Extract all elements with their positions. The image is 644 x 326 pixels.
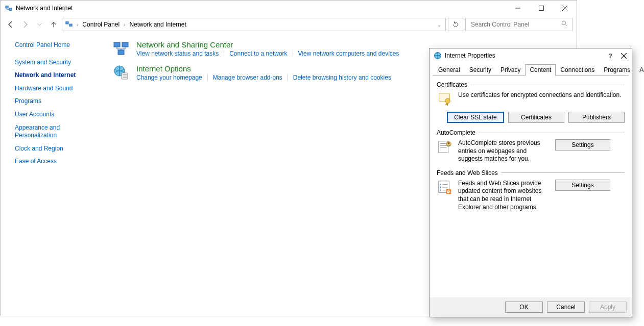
autocomplete-settings-button[interactable]: Settings	[555, 139, 610, 151]
category-title[interactable]: Internet Options	[136, 64, 391, 73]
refresh-button[interactable]	[448, 18, 463, 31]
svg-rect-11	[122, 42, 128, 47]
tab-strip: General Security Privacy Content Connect…	[430, 64, 632, 76]
forward-button[interactable]	[19, 18, 31, 31]
link-view-computers[interactable]: View network computers and devices	[298, 50, 399, 57]
group-description: Feeds and Web Slices provide updated con…	[458, 180, 550, 211]
group-title: AutoComplete	[437, 129, 475, 136]
svg-rect-6	[66, 21, 68, 23]
recent-dropdown[interactable]	[33, 18, 45, 31]
clear-ssl-button[interactable]: Clear SSL state	[447, 112, 504, 123]
sidebar-item-hardware-sound[interactable]: Hardware and Sound	[15, 85, 103, 93]
back-button[interactable]	[5, 18, 17, 31]
dialog-title: Internet Properties	[445, 52, 495, 59]
sidebar-item-programs[interactable]: Programs	[15, 97, 103, 106]
link-manage-addons[interactable]: Manage browser add-ons	[213, 74, 282, 81]
sidebar-item-network-internet[interactable]: Network and Internet	[15, 71, 103, 80]
group-description: Use certificates for encrypted connectio…	[458, 91, 625, 108]
maximize-button[interactable]	[530, 1, 553, 16]
certificate-icon	[437, 91, 453, 108]
divider	[501, 172, 625, 173]
search-box[interactable]	[465, 18, 573, 31]
tab-privacy[interactable]: Privacy	[496, 64, 525, 76]
nav-toolbar: › Control Panel › Network and Internet ⌄	[1, 16, 577, 33]
window-title: Network and Internet	[16, 5, 73, 12]
title-bar: Network and Internet	[1, 1, 577, 16]
group-title: Feeds and Web Slices	[437, 169, 498, 177]
svg-line-9	[565, 24, 567, 26]
divider	[293, 51, 293, 57]
group-certificates: Certificates Use certificates for encryp…	[437, 81, 625, 123]
svg-point-8	[562, 21, 565, 24]
tab-security[interactable]: Security	[465, 64, 496, 76]
ok-button[interactable]: OK	[505, 302, 543, 313]
sidebar-item-ease-access[interactable]: Ease of Access	[15, 158, 103, 166]
breadcrumb-segment[interactable]: Control Panel	[82, 21, 120, 28]
certificates-button[interactable]: Certificates	[508, 112, 564, 123]
search-icon	[561, 20, 568, 29]
cancel-button[interactable]: Cancel	[547, 302, 585, 313]
group-autocomplete: AutoComplete AutoComplete stores previou…	[437, 129, 625, 163]
up-button[interactable]	[47, 18, 60, 31]
autocomplete-icon	[437, 139, 453, 156]
group-feeds: Feeds and Web Slices Feeds and Web Slice…	[437, 169, 625, 211]
group-title: Certificates	[437, 81, 467, 88]
help-button[interactable]: ?	[608, 52, 612, 60]
network-icon	[5, 4, 13, 12]
divider	[479, 133, 625, 133]
search-input[interactable]	[470, 20, 561, 29]
link-connect-network[interactable]: Connect to a network	[229, 50, 287, 57]
svg-rect-0	[6, 6, 8, 8]
tab-content[interactable]: Content	[525, 64, 556, 76]
internet-properties-dialog: Internet Properties ? General Security P…	[429, 48, 632, 317]
sidebar-home[interactable]: Control Panel Home	[15, 41, 103, 49]
link-view-status[interactable]: View network status and tasks	[136, 50, 219, 57]
sidebar-item-clock-region[interactable]: Clock and Region	[15, 145, 103, 153]
svg-rect-7	[69, 24, 72, 26]
apply-button[interactable]: Apply	[589, 302, 627, 313]
svg-rect-10	[114, 42, 120, 47]
internet-options-icon	[113, 64, 129, 81]
globe-icon	[434, 52, 442, 60]
category-title[interactable]: Network and Sharing Center	[136, 40, 399, 49]
sidebar-item-user-accounts[interactable]: User Accounts	[15, 111, 103, 119]
feeds-settings-button[interactable]: Settings	[555, 180, 610, 191]
divider	[470, 85, 625, 85]
link-change-homepage[interactable]: Change your homepage	[136, 74, 202, 81]
network-icon	[65, 20, 73, 29]
tab-connections[interactable]: Connections	[556, 64, 599, 76]
group-description: AutoComplete stores previous entries on …	[458, 139, 550, 163]
divider	[288, 74, 288, 81]
svg-point-22	[445, 98, 450, 103]
network-sharing-icon	[113, 40, 129, 57]
chevron-down-icon[interactable]: ⌄	[437, 22, 441, 28]
svg-rect-1	[9, 8, 12, 10]
svg-rect-3	[539, 6, 544, 11]
publishers-button[interactable]: Publishers	[568, 112, 625, 123]
divider	[224, 51, 224, 57]
sidebar-item-system-security[interactable]: System and Security	[15, 59, 103, 67]
tab-programs[interactable]: Programs	[599, 64, 635, 76]
divider	[207, 74, 208, 81]
tab-advanced[interactable]: Advanced	[635, 64, 644, 76]
feeds-icon	[437, 180, 453, 196]
svg-rect-33	[446, 189, 451, 194]
close-button[interactable]	[619, 52, 628, 60]
tab-general[interactable]: General	[434, 64, 465, 76]
minimize-button[interactable]	[506, 1, 530, 16]
svg-point-28	[447, 142, 449, 144]
dialog-footer: OK Cancel Apply	[430, 297, 632, 317]
close-button[interactable]	[553, 1, 577, 16]
breadcrumb-segment[interactable]: Network and Internet	[129, 21, 186, 28]
dialog-body: Certificates Use certificates for encryp…	[433, 76, 629, 297]
chevron-right-icon: ›	[124, 22, 125, 28]
sidebar: Control Panel Home System and Security N…	[1, 33, 103, 316]
link-delete-history[interactable]: Delete browsing history and cookies	[293, 74, 391, 81]
sidebar-item-appearance[interactable]: Appearance and Personalization	[15, 124, 81, 140]
address-bar[interactable]: › Control Panel › Network and Internet ⌄	[62, 18, 446, 31]
chevron-right-icon: ›	[77, 22, 78, 28]
dialog-title-bar: Internet Properties ?	[430, 48, 632, 63]
svg-rect-12	[118, 50, 124, 55]
